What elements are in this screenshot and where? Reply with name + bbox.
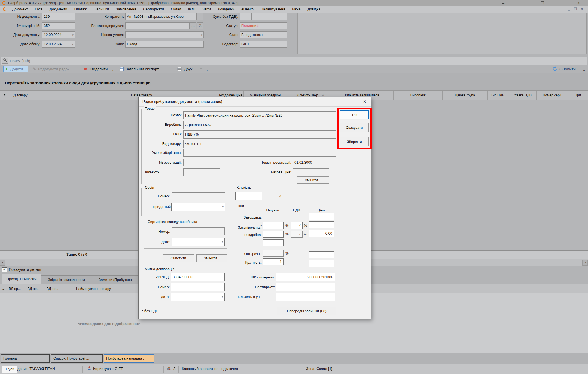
- menu-item-ehealth[interactable]: eHealth: [238, 6, 257, 12]
- column-header-product-id[interactable]: ІД товару: [9, 91, 65, 100]
- series-valid-dropdown-icon[interactable]: ▾: [222, 203, 224, 210]
- print-button[interactable]: Друк: [184, 66, 192, 72]
- doc-date-input[interactable]: 12.09.2024▾: [42, 31, 75, 38]
- contractor-input[interactable]: Апт №003 пгт.Барышевка, ул.Киев: [125, 13, 197, 20]
- mdi-minimize-icon[interactable]: _: [566, 7, 572, 12]
- series-valid-combobox[interactable]: ▾: [171, 203, 225, 211]
- cert-change-button[interactable]: Змінити...: [196, 254, 227, 262]
- menu-item-kasa[interactable]: Каса: [32, 6, 46, 12]
- add-button[interactable]: + Додати: [3, 66, 28, 72]
- factory-cert-number-input[interactable]: [172, 227, 225, 235]
- wholesale-price-input[interactable]: [309, 251, 334, 258]
- window-tab-income-invoice[interactable]: Прибуткова накладна .: [104, 354, 154, 363]
- start-button[interactable]: Пуск: [2, 366, 17, 373]
- sticker-certificate-input[interactable]: [276, 283, 335, 291]
- doc-date-dropdown-icon[interactable]: ▾: [72, 32, 74, 38]
- menu-item-settings[interactable]: Налаштування: [258, 6, 288, 12]
- column-header-pri[interactable]: При: [568, 91, 588, 100]
- detail-column-vd-po[interactable]: ВД по...: [26, 284, 45, 293]
- previous-balance-button[interactable]: Попередні залишки (F8): [277, 307, 336, 315]
- tab-notes[interactable]: Заметки (Прибутков: [92, 275, 138, 284]
- minimize-icon[interactable]: –: [498, 0, 509, 6]
- window-tab-main[interactable]: Головна: [1, 354, 50, 363]
- customs-date-combobox[interactable]: ▾: [171, 293, 225, 301]
- vat-input[interactable]: ПДВ 7%: [183, 130, 336, 139]
- grid-corner-icon[interactable]: ≡: [0, 91, 9, 100]
- factory-price-input[interactable]: [309, 213, 334, 220]
- detail-column-vd-to[interactable]: ВД то...: [45, 284, 63, 293]
- list-options-icon[interactable]: ≡: [200, 66, 202, 72]
- customs-number-input[interactable]: [171, 283, 225, 291]
- multiplicity-input[interactable]: 1: [263, 258, 284, 265]
- ok-button[interactable]: Так: [340, 110, 369, 119]
- pack-qty-input[interactable]: [276, 293, 335, 301]
- product-name-input[interactable]: Family Plast бактерицидни на шолк. осн. …: [183, 111, 336, 119]
- column-header-price-group[interactable]: Цінова група: [443, 91, 488, 100]
- window-tab-income-list[interactable]: Список: Прибуткові ...: [51, 354, 103, 363]
- uktzed-input[interactable]: 3304990000: [171, 273, 225, 281]
- customs-date-dropdown-icon[interactable]: ▾: [221, 293, 223, 300]
- retail-price-input[interactable]: 0,00: [309, 230, 334, 237]
- reg-number-input[interactable]: [183, 159, 220, 166]
- base-price-input[interactable]: [293, 168, 329, 176]
- retail-markup-input[interactable]: [263, 231, 284, 238]
- factory-cert-date-combobox[interactable]: ▾: [172, 238, 225, 246]
- clear-button[interactable]: Очистити: [163, 254, 194, 262]
- menu-item-warehouse[interactable]: Склад: [168, 6, 184, 12]
- tab-income-bindings[interactable]: Прихід. Прив'язки: [2, 274, 41, 284]
- delete-dropdown-icon[interactable]: ▾: [112, 67, 114, 73]
- quantity-total-input[interactable]: [288, 192, 334, 200]
- list-options-dropdown-icon[interactable]: ▾: [206, 67, 208, 73]
- edit-row-button[interactable]: Редагувати рядок: [38, 66, 69, 72]
- product-type-input[interactable]: 95-100 грн.: [183, 140, 336, 148]
- mdi-restore-icon[interactable]: ❐: [573, 7, 578, 12]
- quantity-input[interactable]: [235, 192, 262, 200]
- sum-no-vat-input-2[interactable]: [252, 13, 287, 20]
- scroll-right-icon[interactable]: >: [582, 260, 588, 266]
- menu-item-help[interactable]: Довідка: [304, 6, 323, 12]
- column-header-vat-type[interactable]: Тип ПДВ: [488, 91, 508, 100]
- storage-conditions-input[interactable]: [183, 149, 336, 157]
- account-date-dropdown-icon[interactable]: ▾: [72, 41, 74, 47]
- quantity-dot-input[interactable]: [183, 168, 220, 176]
- purchase-price-input[interactable]: [309, 221, 334, 228]
- doc-number-input[interactable]: 239: [42, 13, 75, 20]
- factory-cert-date-dropdown-icon[interactable]: ▾: [221, 238, 223, 245]
- sticker-barcode-input[interactable]: 2060000201386: [276, 273, 335, 281]
- sum-no-vat-input-1[interactable]: [240, 13, 252, 20]
- menu-item-orders[interactable]: Замовлення: [113, 6, 139, 12]
- product-change-button[interactable]: Змінити...: [297, 176, 329, 184]
- consignee-input[interactable]: [125, 22, 190, 29]
- purchase-markup-input[interactable]: [263, 222, 284, 229]
- search-box[interactable]: [1, 57, 587, 65]
- menu-item-windows[interactable]: Вікна: [289, 6, 304, 12]
- extra-markup-input[interactable]: [263, 239, 284, 246]
- series-number-input[interactable]: [172, 192, 225, 200]
- dialog-title-bar[interactable]: Рядок прибуткового документа (новий запи…: [139, 97, 371, 107]
- multiplicity-price-input[interactable]: [309, 260, 334, 267]
- search-input[interactable]: [9, 57, 555, 65]
- mdi-close-icon[interactable]: x: [579, 7, 585, 12]
- detail-column-product-name[interactable]: Найменування товару: [63, 284, 124, 293]
- wholesale-markup-input[interactable]: [263, 250, 284, 257]
- scroll-left-icon[interactable]: ‹: [0, 260, 5, 266]
- column-header-series-number[interactable]: Номер серії: [537, 91, 568, 100]
- cancel-button[interactable]: Скасувати: [340, 123, 369, 132]
- manufacturer-input[interactable]: Агропласт ООО: [183, 121, 336, 129]
- reg-term-input[interactable]: 01.01.3000: [293, 159, 329, 166]
- tab-order-reconciliation[interactable]: Звірка із замовленням: [41, 275, 92, 284]
- purchase-vat-input[interactable]: 7: [291, 222, 303, 229]
- menu-item-reports[interactable]: Звіти: [199, 6, 214, 12]
- export-button[interactable]: Загальний експорт: [126, 66, 159, 72]
- refresh-button[interactable]: Оновити: [559, 66, 576, 72]
- menu-item-stocks[interactable]: Залишки: [92, 6, 112, 12]
- refresh-dropdown-icon[interactable]: ▾: [583, 68, 585, 74]
- account-date-input[interactable]: 12.09.2024▾: [42, 41, 75, 48]
- menu-item-directories[interactable]: Довідники: [215, 6, 237, 12]
- delete-button[interactable]: Видалити: [90, 66, 108, 72]
- detail-column-vd-pr[interactable]: ВД пр...: [7, 284, 26, 293]
- menu-item-payments[interactable]: Платежі: [71, 6, 90, 12]
- menu-item-documents[interactable]: Документи: [47, 6, 70, 12]
- internal-number-input[interactable]: 352: [42, 22, 75, 29]
- menu-item-document[interactable]: Документ: [9, 6, 31, 12]
